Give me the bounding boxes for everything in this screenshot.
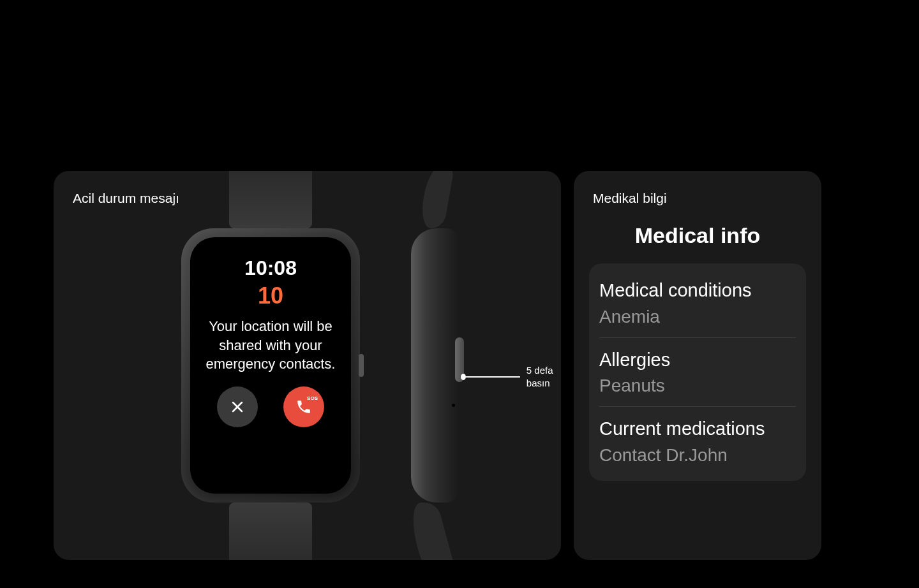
watch-screen: 10:08 10 Your location will be shared wi… — [190, 237, 351, 494]
watch-band-bottom — [229, 503, 312, 560]
medical-value: Contact Dr.John — [599, 445, 796, 466]
side-band-top — [418, 171, 455, 228]
pointer-dot-icon — [461, 374, 466, 380]
medical-card: Medikal bilgi Medical info Medical condi… — [574, 171, 821, 560]
medical-value: Anemia — [599, 307, 796, 327]
medical-info-list: Medical conditions Anemia Allergies Pean… — [589, 263, 806, 481]
pointer-annotation: 5 defa basın — [461, 364, 561, 389]
medical-label: Medical conditions — [599, 279, 796, 303]
sos-label: SOS — [307, 395, 318, 401]
watch-body-side — [411, 228, 459, 503]
microphone-hole — [452, 404, 455, 407]
screen-time: 10:08 — [244, 256, 297, 280]
medical-card-title: Medikal bilgi — [593, 189, 667, 207]
medical-item-allergies[interactable]: Allergies Peanuts — [599, 338, 796, 408]
medical-item-medications[interactable]: Current medications Contact Dr.John — [599, 407, 796, 476]
close-icon — [230, 399, 245, 415]
watch-band-top — [229, 171, 312, 228]
watch-crown — [359, 354, 364, 377]
medical-label: Current medications — [599, 417, 796, 441]
emergency-card: Acil durum mesajı 10:08 10 Your location… — [54, 171, 561, 560]
cancel-button[interactable] — [217, 386, 258, 427]
watch-front-view: 10:08 10 Your location will be shared wi… — [181, 171, 360, 560]
pointer-line-icon — [466, 376, 520, 378]
countdown-timer: 10 — [258, 283, 283, 309]
medical-label: Allergies — [599, 348, 796, 372]
medical-item-conditions[interactable]: Medical conditions Anemia — [599, 268, 796, 338]
watch-body-front: 10:08 10 Your location will be shared wi… — [181, 228, 360, 503]
watch-side-view — [392, 171, 459, 560]
action-buttons: SOS — [217, 386, 324, 427]
side-band-bottom — [405, 503, 461, 560]
emergency-message: Your location will be shared with your e… — [200, 317, 341, 374]
sos-call-button[interactable]: SOS — [283, 386, 324, 427]
medical-screen-title: Medical info — [589, 223, 806, 248]
medical-value: Peanuts — [599, 376, 796, 396]
emergency-card-title: Acil durum mesajı — [73, 189, 179, 207]
pointer-label: 5 defa basın — [527, 364, 561, 389]
